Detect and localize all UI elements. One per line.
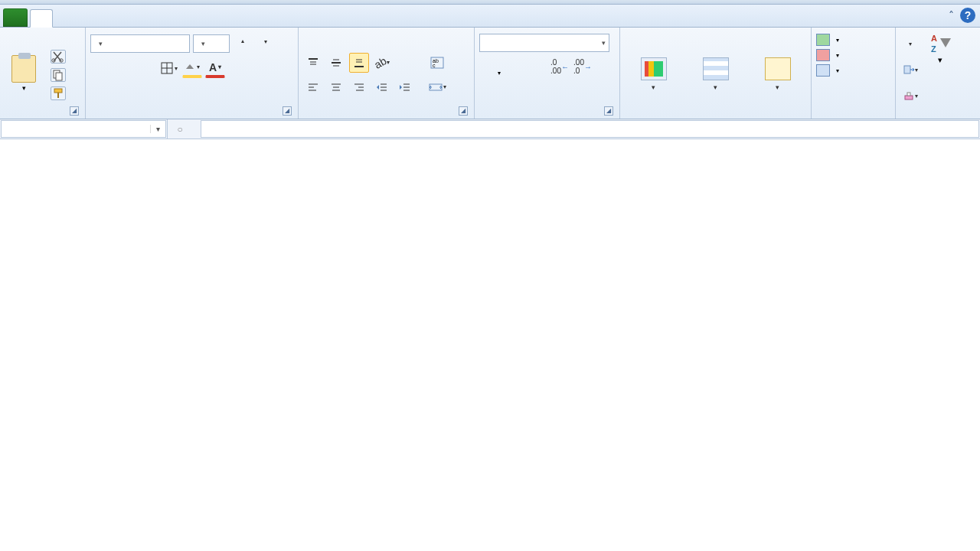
font-color-button[interactable]: A▾ — [205, 58, 225, 78]
align-top-button[interactable] — [303, 53, 323, 73]
format-as-table-button[interactable]: ▾ — [687, 56, 744, 91]
editing-group-label — [900, 116, 974, 117]
merge-center-button[interactable]: ▾ — [424, 77, 450, 97]
name-box-arrow-icon[interactable]: ▾ — [150, 125, 165, 133]
cancel-icon[interactable]: ○ — [174, 123, 186, 135]
align-center-button[interactable] — [326, 77, 346, 97]
number-launcher[interactable]: ◢ — [604, 106, 613, 116]
format-icon — [816, 64, 830, 77]
number-group-label: ◢ — [479, 116, 615, 117]
tab-add-ins[interactable] — [215, 8, 237, 27]
delete-icon — [816, 49, 830, 61]
svg-rect-38 — [905, 96, 913, 99]
tab-page-layout[interactable] — [77, 8, 99, 27]
insert-icon — [816, 34, 830, 46]
insert-cells-button[interactable]: ▾ — [816, 34, 890, 46]
autosum-button[interactable]: ▾ — [900, 34, 920, 54]
ribbon: ▾ ◢ ▾ — [0, 28, 980, 119]
italic-button[interactable] — [113, 58, 133, 78]
clipboard-launcher[interactable]: ◢ — [70, 106, 79, 116]
minimize-ribbon-icon[interactable]: ˄ — [949, 9, 954, 21]
number-format-combo[interactable]: ▾ — [479, 34, 609, 52]
conditional-formatting-button[interactable]: ▾ — [625, 56, 682, 91]
font-size-combo[interactable]: ▾ — [193, 34, 230, 53]
inc-decimal-button[interactable]: .0.00← — [550, 57, 570, 77]
format-painter-icon[interactable] — [51, 86, 66, 100]
sort-filter-icon — [929, 34, 951, 54]
align-right-button[interactable] — [349, 77, 369, 97]
svg-text:c: c — [433, 63, 436, 68]
sort-filter-button[interactable]: ▾ — [925, 34, 956, 106]
paste-button[interactable]: ▾ — [5, 54, 43, 93]
styles-group-label — [625, 116, 806, 117]
format-cells-button[interactable]: ▾ — [816, 64, 890, 77]
alignment-group-label: ◢ — [303, 116, 469, 117]
align-middle-button[interactable] — [326, 53, 346, 73]
fill-button[interactable]: ▾ — [900, 60, 920, 80]
tab-view[interactable] — [169, 8, 191, 27]
tab-acrobat[interactable] — [238, 8, 260, 27]
percent-button[interactable] — [504, 57, 524, 77]
svg-rect-5 — [57, 93, 59, 98]
tab-review[interactable] — [146, 8, 168, 27]
delete-cells-button[interactable]: ▾ — [816, 49, 890, 61]
currency-button[interactable] — [479, 57, 499, 77]
svg-rect-39 — [907, 93, 910, 96]
tab-insert[interactable] — [54, 8, 76, 27]
name-box[interactable]: ▾ — [1, 120, 166, 138]
conditional-formatting-icon — [641, 57, 667, 80]
dec-indent-button[interactable] — [372, 77, 392, 97]
inc-indent-button[interactable] — [395, 77, 415, 97]
wrap-text-button[interactable]: abc — [424, 53, 450, 73]
alignment-launcher[interactable]: ◢ — [459, 106, 468, 116]
cut-icon[interactable] — [51, 50, 66, 64]
tab-data[interactable] — [123, 8, 145, 27]
tab-home[interactable] — [30, 9, 53, 28]
cell-styles-icon — [765, 57, 791, 80]
bold-button[interactable] — [90, 58, 110, 78]
align-left-button[interactable] — [303, 77, 323, 97]
underline-button[interactable] — [136, 58, 156, 78]
dec-decimal-button[interactable]: .00.0→ — [573, 57, 593, 77]
font-group-label: ◢ — [90, 116, 293, 117]
clipboard-group-label: ◢ — [5, 116, 80, 117]
formula-bar: ▾ ○ — [0, 119, 980, 139]
cell-styles-button[interactable]: ▾ — [749, 56, 806, 91]
clear-button[interactable]: ▾ — [900, 86, 920, 106]
borders-button[interactable]: ▾ — [159, 58, 179, 78]
clipboard-icon — [11, 55, 36, 83]
font-name-combo[interactable]: ▾ — [90, 34, 190, 53]
copy-icon[interactable] — [51, 68, 66, 82]
svg-rect-4 — [54, 89, 62, 93]
orientation-button[interactable]: ab▾ — [372, 53, 392, 73]
ribbon-tabs: ˄ ? — [0, 5, 980, 28]
svg-rect-3 — [56, 73, 62, 80]
comma-button[interactable] — [527, 57, 547, 77]
shrink-font-button[interactable]: ▾ — [256, 34, 276, 54]
format-table-icon — [703, 57, 729, 80]
tab-developer[interactable] — [192, 8, 214, 27]
help-icon[interactable]: ? — [960, 8, 975, 23]
file-tab[interactable] — [3, 8, 28, 27]
svg-rect-37 — [904, 66, 910, 73]
font-launcher[interactable]: ◢ — [283, 106, 292, 116]
grow-font-button[interactable]: ▴ — [233, 34, 253, 54]
cells-group-label — [816, 116, 890, 117]
align-bottom-button[interactable] — [349, 53, 369, 73]
tab-formulas[interactable] — [100, 8, 122, 27]
fill-color-button[interactable]: ▾ — [182, 58, 202, 78]
formula-input[interactable] — [201, 120, 979, 138]
